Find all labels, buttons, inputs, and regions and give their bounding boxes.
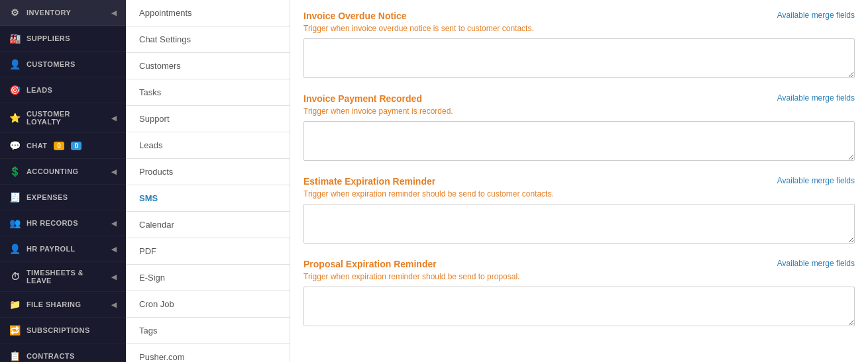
section-link-invoice-payment[interactable]: Available merge fields bbox=[777, 93, 855, 103]
main-content: Invoice Overdue NoticeTrigger when invoi… bbox=[290, 0, 868, 362]
nav-item-e-sign[interactable]: E-Sign bbox=[126, 265, 290, 291]
sidebar-item-customers[interactable]: 👤CUSTOMERS bbox=[0, 52, 126, 77]
sidebar-item-label-timesheets: TIMESHEETS & LEAVE bbox=[27, 269, 106, 285]
section-title-invoice-payment: Invoice Payment Recorded bbox=[303, 93, 453, 104]
section-title-invoice-overdue: Invoice Overdue Notice bbox=[303, 11, 534, 21]
sidebar-item-chat[interactable]: 💬CHAT00 bbox=[0, 133, 126, 159]
section-header-estimate-expiration: Estimate Expiration ReminderTrigger when… bbox=[303, 176, 855, 203]
section-link-estimate-expiration[interactable]: Available merge fields bbox=[777, 176, 855, 185]
nav-item-chat-settings[interactable]: Chat Settings bbox=[126, 26, 290, 53]
sidebar-item-label-customers: CUSTOMERS bbox=[27, 60, 76, 68]
section-desc-proposal-expiration: Trigger when expiration reminder should … bbox=[303, 272, 519, 281]
sidebar-item-label-suppliers: SUPPLIERS bbox=[27, 34, 70, 42]
nav-item-calendar[interactable]: Calendar bbox=[126, 212, 290, 238]
section-link-invoice-overdue[interactable]: Available merge fields bbox=[777, 11, 855, 20]
sidebar-item-hr-payroll[interactable]: 👤HR PAYROLL◀ bbox=[0, 236, 126, 262]
section-header-proposal-expiration: Proposal Expiration ReminderTrigger when… bbox=[303, 259, 855, 285]
sidebar-item-leads[interactable]: 🎯LEADS bbox=[0, 77, 126, 103]
section-desc-invoice-payment: Trigger when invoice payment is recorded… bbox=[303, 107, 453, 116]
hr-records-arrow-icon: ◀ bbox=[111, 220, 117, 227]
section-header-invoice-overdue: Invoice Overdue NoticeTrigger when invoi… bbox=[303, 11, 855, 37]
sidebar-item-label-customer-loyalty: CUSTOMER LOYALTY bbox=[27, 110, 106, 126]
section-link-proposal-expiration[interactable]: Available merge fields bbox=[777, 259, 855, 268]
section-invoice-payment: Invoice Payment RecordedTrigger when inv… bbox=[303, 93, 855, 163]
sidebar: ⚙INVENTORY◀🏭SUPPLIERS👤CUSTOMERS🎯LEADS⭐CU… bbox=[0, 0, 126, 362]
customer-loyalty-icon: ⭐ bbox=[9, 112, 21, 124]
sidebar-item-label-chat: CHAT bbox=[27, 142, 47, 150]
section-header-invoice-payment: Invoice Payment RecordedTrigger when inv… bbox=[303, 93, 855, 120]
sidebar-item-inventory[interactable]: ⚙INVENTORY◀ bbox=[0, 0, 126, 26]
middle-nav: AppointmentsChat SettingsCustomersTasksS… bbox=[126, 0, 290, 362]
file-sharing-arrow-icon: ◀ bbox=[111, 301, 117, 308]
sidebar-item-label-leads: LEADS bbox=[27, 86, 52, 94]
timesheets-arrow-icon: ◀ bbox=[111, 273, 117, 281]
sidebar-item-label-inventory: INVENTORY bbox=[27, 9, 71, 17]
sidebar-item-accounting[interactable]: 💲ACCOUNTING◀ bbox=[0, 159, 126, 185]
section-textarea-proposal-expiration[interactable] bbox=[303, 287, 855, 326]
inventory-arrow-icon: ◀ bbox=[111, 9, 117, 17]
section-proposal-expiration: Proposal Expiration ReminderTrigger when… bbox=[303, 259, 855, 328]
section-title-block-invoice-overdue: Invoice Overdue NoticeTrigger when invoi… bbox=[303, 11, 534, 37]
sidebar-item-label-accounting: ACCOUNTING bbox=[27, 167, 79, 175]
sidebar-item-customer-loyalty[interactable]: ⭐CUSTOMER LOYALTY◀ bbox=[0, 103, 126, 133]
accounting-arrow-icon: ◀ bbox=[111, 168, 117, 175]
nav-item-pusher[interactable]: Pusher.com bbox=[126, 344, 290, 362]
customers-icon: 👤 bbox=[9, 58, 21, 70]
section-title-estimate-expiration: Estimate Expiration Reminder bbox=[303, 176, 554, 187]
sidebar-item-label-file-sharing: FILE SHARING bbox=[27, 300, 81, 308]
subscriptions-icon: 🔁 bbox=[9, 324, 21, 336]
section-textarea-invoice-payment[interactable] bbox=[303, 121, 855, 161]
sidebar-item-suppliers[interactable]: 🏭SUPPLIERS bbox=[0, 26, 126, 52]
sidebar-item-hr-records[interactable]: 👥HR RECORDS◀ bbox=[0, 210, 126, 236]
hr-payroll-icon: 👤 bbox=[9, 243, 21, 255]
nav-item-tasks[interactable]: Tasks bbox=[126, 79, 290, 106]
section-textarea-invoice-overdue[interactable] bbox=[303, 38, 855, 78]
nav-item-pdf[interactable]: PDF bbox=[126, 238, 290, 265]
nav-item-support[interactable]: Support bbox=[126, 106, 290, 132]
sidebar-item-label-hr-payroll: HR PAYROLL bbox=[27, 245, 76, 253]
section-title-block-estimate-expiration: Estimate Expiration ReminderTrigger when… bbox=[303, 176, 554, 203]
sidebar-item-contracts[interactable]: 📋CONTRACTS bbox=[0, 343, 126, 362]
hr-payroll-arrow-icon: ◀ bbox=[111, 246, 117, 253]
section-estimate-expiration: Estimate Expiration ReminderTrigger when… bbox=[303, 176, 855, 246]
customer-loyalty-arrow-icon: ◀ bbox=[111, 114, 117, 122]
section-textarea-estimate-expiration[interactable] bbox=[303, 204, 855, 244]
sidebar-item-expenses[interactable]: 🧾EXPENSES bbox=[0, 185, 126, 210]
timesheets-icon: ⏱ bbox=[9, 271, 21, 283]
hr-records-icon: 👥 bbox=[9, 217, 21, 229]
sidebar-item-file-sharing[interactable]: 📁FILE SHARING◀ bbox=[0, 292, 126, 318]
sidebar-item-label-contracts: CONTRACTS bbox=[27, 352, 75, 360]
nav-item-tags[interactable]: Tags bbox=[126, 318, 290, 344]
chat-badge-orange: 0 bbox=[54, 142, 64, 150]
nav-item-cron-job[interactable]: Cron Job bbox=[126, 291, 290, 318]
sidebar-item-subscriptions[interactable]: 🔁SUBSCRIPTIONS bbox=[0, 318, 126, 343]
chat-icon: 💬 bbox=[9, 140, 21, 152]
nav-item-customers[interactable]: Customers bbox=[126, 53, 290, 79]
file-sharing-icon: 📁 bbox=[9, 298, 21, 310]
section-title-block-proposal-expiration: Proposal Expiration ReminderTrigger when… bbox=[303, 259, 519, 285]
inventory-icon: ⚙ bbox=[9, 7, 21, 19]
sidebar-item-label-subscriptions: SUBSCRIPTIONS bbox=[27, 326, 90, 334]
sidebar-item-label-expenses: EXPENSES bbox=[27, 193, 68, 201]
leads-icon: 🎯 bbox=[9, 84, 21, 96]
nav-item-products[interactable]: Products bbox=[126, 159, 290, 185]
accounting-icon: 💲 bbox=[9, 165, 21, 177]
nav-item-sms[interactable]: SMS bbox=[126, 185, 290, 212]
section-desc-estimate-expiration: Trigger when expiration reminder should … bbox=[303, 189, 554, 199]
section-title-proposal-expiration: Proposal Expiration Reminder bbox=[303, 259, 519, 269]
nav-item-leads[interactable]: Leads bbox=[126, 132, 290, 159]
sidebar-item-label-hr-records: HR RECORDS bbox=[27, 219, 78, 227]
section-desc-invoice-overdue: Trigger when invoice overdue notice is s… bbox=[303, 24, 534, 33]
section-title-block-invoice-payment: Invoice Payment RecordedTrigger when inv… bbox=[303, 93, 453, 120]
nav-item-appointments[interactable]: Appointments bbox=[126, 0, 290, 26]
sidebar-item-timesheets[interactable]: ⏱TIMESHEETS & LEAVE◀ bbox=[0, 262, 126, 292]
section-invoice-overdue: Invoice Overdue NoticeTrigger when invoi… bbox=[303, 11, 855, 80]
contracts-icon: 📋 bbox=[9, 350, 21, 362]
chat-badge-blue: 0 bbox=[71, 142, 81, 150]
suppliers-icon: 🏭 bbox=[9, 32, 21, 44]
expenses-icon: 🧾 bbox=[9, 191, 21, 203]
